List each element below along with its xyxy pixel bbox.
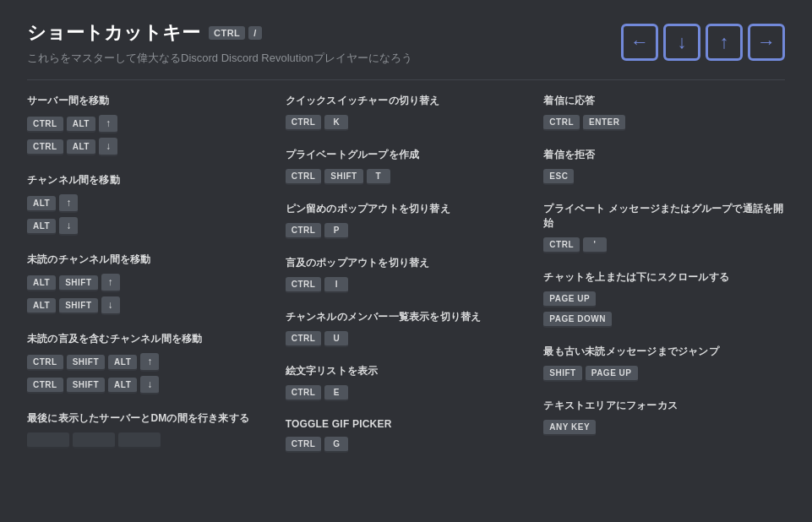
key-row: CTRL P (286, 223, 527, 239)
section-start-call: プライベート メッセージまたはグループで通話を開始 CTRL ' (543, 202, 785, 253)
key-row: CTRL SHIFT ALT ↓ (27, 376, 269, 394)
key-down: ↓ (101, 296, 120, 315)
key-shift: SHIFT (543, 366, 581, 382)
arrow-icons: ← ↓ ↑ → (621, 24, 785, 61)
section-mention-move: 未読の言及を含むチャンネル間を移動 CTRL SHIFT ALT ↑ CTRL … (27, 332, 269, 394)
arrow-left-icon: ← (621, 24, 658, 61)
key-k: K (324, 115, 348, 131)
key-shift: SHIFT (67, 378, 105, 394)
col3: 着信に応答 CTRL ENTER 着信を拒否 ESC プライベート メッセージま… (543, 94, 785, 470)
key-anykey: ANY KEY (543, 420, 596, 436)
key-alt: ALT (27, 219, 56, 235)
key-ctrl: CTRL (27, 355, 63, 371)
key-p: P (324, 223, 348, 239)
section-quick-switch: クイックスイッチャーの切り替え CTRL K (286, 94, 527, 131)
key-g: G (324, 437, 348, 453)
header-area: ショートカットキー CTRL / これらをマスターして偉大なるDiscord D… (27, 20, 785, 66)
section-title: プライベートグループを作成 (286, 148, 527, 162)
section-title: 未読の言及を含むチャンネル間を移動 (27, 332, 269, 346)
arrow-up-icon: ↑ (706, 24, 743, 61)
key-quote: ' (583, 237, 607, 253)
col1: サーバー間を移動 CTRL ALT ↑ CTRL ALT ↓ チャンネル間を移動… (27, 94, 269, 470)
key-row: CTRL SHIFT T (286, 169, 527, 185)
key-row: PAGE UP (543, 291, 785, 307)
key-ctrl: CTRL (286, 115, 322, 131)
key-blank1 (27, 432, 69, 449)
key-shift: SHIFT (59, 275, 97, 291)
key-e: E (324, 385, 348, 401)
key-up: ↑ (59, 194, 78, 213)
key-i: I (324, 277, 348, 293)
key-blank2 (73, 432, 115, 449)
section-title: ピン留めのポップアウトを切り替え (286, 202, 527, 216)
section-title: チャンネル間を移動 (27, 173, 269, 188)
key-alt: ALT (108, 378, 137, 394)
section-answer-call: 着信に応答 CTRL ENTER (543, 94, 785, 131)
section-title: 未読のチャンネル間を移動 (27, 253, 269, 267)
key-alt: ALT (27, 196, 56, 212)
section-emoji-list: 絵文字リストを表示 CTRL E (286, 364, 527, 401)
key-u: U (324, 331, 348, 347)
section-mention-popup: 言及のポップアウトを切り替え CTRL I (286, 256, 527, 293)
key-ctrl: CTRL (286, 169, 322, 185)
page-title: ショートカットキー (27, 20, 200, 46)
key-row: CTRL G (286, 437, 527, 453)
key-row (27, 432, 269, 449)
section-decline-call: 着信を拒否 ESC (543, 148, 785, 185)
key-alt: ALT (67, 117, 95, 133)
columns: サーバー間を移動 CTRL ALT ↑ CTRL ALT ↓ チャンネル間を移動… (27, 94, 785, 470)
section-member-list: チャンネルのメンバー一覧表示を切り替え CTRL U (286, 310, 527, 347)
subtitle: これらをマスターして偉大なるDiscord Discord Revolution… (27, 51, 412, 66)
key-row: CTRL U (286, 331, 527, 347)
key-row: ALT SHIFT ↑ (27, 274, 269, 292)
key-ctrl: CTRL (286, 385, 322, 401)
slash-badge: / (248, 26, 262, 40)
key-up: ↑ (101, 274, 120, 292)
key-blank3 (118, 432, 161, 449)
title-block: ショートカットキー CTRL / これらをマスターして偉大なるDiscord D… (27, 20, 412, 66)
section-last-server: 最後に表示したサーバーとDMの間を行き来する (27, 411, 269, 449)
key-ctrl: CTRL (543, 115, 580, 131)
key-shift: SHIFT (67, 355, 105, 371)
key-row: CTRL E (286, 385, 527, 401)
key-row: SHIFT PAGE UP (543, 366, 785, 382)
key-up: ↑ (140, 353, 159, 372)
key-row: ALT SHIFT ↓ (27, 296, 269, 315)
key-pagedown: PAGE DOWN (543, 312, 612, 328)
key-row: ANY KEY (543, 420, 785, 436)
divider (27, 79, 785, 80)
key-row: PAGE DOWN (543, 312, 785, 328)
key-esc: ESC (543, 169, 574, 185)
section-title: 言及のポップアウトを切り替え (286, 256, 527, 270)
key-shift: SHIFT (59, 298, 97, 314)
key-row: ESC (543, 169, 785, 185)
badge-group: CTRL / (209, 26, 262, 40)
section-title: 絵文字リストを表示 (286, 364, 527, 378)
key-row: ALT ↑ (27, 194, 269, 213)
key-ctrl: CTRL (543, 237, 580, 253)
key-row: CTRL I (286, 277, 527, 293)
section-pin-popup: ピン留めのポップアウトを切り替え CTRL P (286, 202, 527, 239)
section-title: クイックスイッチャーの切り替え (286, 94, 527, 108)
key-ctrl: CTRL (27, 139, 63, 155)
key-ctrl: CTRL (286, 331, 322, 347)
key-alt: ALT (108, 355, 137, 371)
key-ctrl: CTRL (27, 378, 63, 394)
key-ctrl: CTRL (286, 277, 322, 293)
key-row: CTRL SHIFT ALT ↑ (27, 353, 269, 372)
key-up: ↑ (99, 115, 117, 133)
section-focus-textarea: テキストエリアにフォーカス ANY KEY (543, 399, 785, 436)
section-title: 最後に表示したサーバーとDMの間を行き来する (27, 411, 269, 426)
section-title: テキストエリアにフォーカス (543, 399, 785, 413)
key-alt: ALT (27, 275, 56, 291)
key-alt: ALT (27, 298, 56, 314)
key-down: ↓ (99, 138, 117, 156)
arrow-down-icon: ↓ (663, 24, 700, 61)
key-t: T (367, 169, 390, 185)
ctrl-badge: CTRL (209, 26, 245, 40)
key-shift: SHIFT (324, 169, 362, 185)
arrow-right-icon: → (748, 24, 785, 61)
col2: クイックスイッチャーの切り替え CTRL K プライベートグループを作成 CTR… (286, 94, 527, 470)
section-title: 着信に応答 (543, 94, 785, 108)
key-down: ↓ (59, 217, 78, 236)
